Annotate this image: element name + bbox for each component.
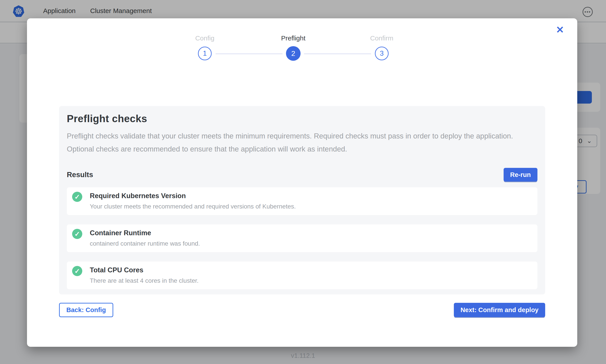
modal-footer: Back: Config Next: Confirm and deploy [59, 303, 545, 317]
check-pass-icon: ✓ [72, 192, 82, 202]
step-config[interactable]: Config 1 [161, 34, 249, 61]
preflight-panel: Preflight checks Preflight checks valida… [59, 106, 545, 294]
step-label: Preflight [281, 34, 305, 42]
rerun-button[interactable]: Re-run [504, 168, 537, 182]
modal-description: Preflight checks validate that your clus… [67, 130, 536, 156]
step-number-badge: 1 [198, 47, 212, 60]
results-heading: Results [67, 170, 93, 179]
check-title: Total CPU Cores [90, 266, 531, 274]
step-label: Confirm [370, 34, 393, 42]
check-pass-icon: ✓ [72, 229, 82, 239]
step-number-badge: 3 [375, 47, 389, 60]
preflight-wizard-modal: ✕ Config 1 Preflight 2 Confirm 3 Preflig… [27, 18, 577, 347]
check-row-kubernetes-version: ✓ Required Kubernetes Version Your clust… [67, 187, 537, 215]
wizard-stepper: Config 1 Preflight 2 Confirm 3 [18, 34, 568, 61]
results-header-row: Results Re-run [67, 168, 537, 182]
next-button[interactable]: Next: Confirm and deploy [454, 303, 545, 317]
step-number-badge: 2 [286, 46, 301, 61]
check-message: containerd container runtime was found. [90, 240, 531, 247]
check-row-total-cpu-cores: ✓ Total CPU Cores There are at least 4 c… [67, 261, 537, 289]
check-title: Container Runtime [90, 229, 531, 237]
step-confirm[interactable]: Confirm 3 [338, 34, 426, 61]
check-message: There are at least 4 cores in the cluste… [90, 277, 531, 284]
check-message: Your cluster meets the recommended and r… [90, 203, 531, 210]
screen: ☸ Application Cluster Management ••• 0 ⌄… [0, 0, 606, 364]
step-preflight[interactable]: Preflight 2 [249, 34, 338, 61]
step-label: Config [195, 34, 215, 42]
check-title: Required Kubernetes Version [90, 192, 531, 200]
modal-title: Preflight checks [67, 113, 537, 125]
back-button[interactable]: Back: Config [59, 303, 113, 317]
check-row-container-runtime: ✓ Container Runtime containerd container… [67, 224, 537, 252]
check-pass-icon: ✓ [72, 266, 82, 276]
